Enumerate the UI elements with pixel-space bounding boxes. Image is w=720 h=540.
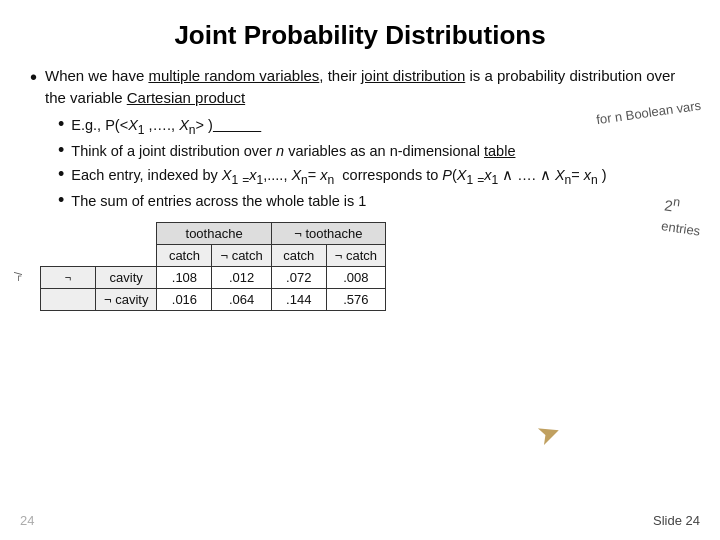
arrow-icon: ➤ bbox=[532, 414, 565, 453]
sub-bullet-4: • The sum of entries across the whole ta… bbox=[58, 191, 690, 211]
row-label-not-cavity: ¬ cavity bbox=[96, 288, 157, 310]
probability-table: toothache ¬ toothache catch ¬ catch catc… bbox=[40, 222, 386, 311]
sub-header-catch-1: catch bbox=[157, 244, 212, 266]
slide-number: Slide 24 bbox=[653, 513, 700, 528]
sub-text-4: The sum of entries across the whole tabl… bbox=[71, 191, 366, 211]
cell-not-cavity-not-catch: .064 bbox=[212, 288, 271, 310]
sub-dot-3: • bbox=[58, 164, 64, 185]
sub-bullet-list: • E.g., P(<X1 ,…., Xn> ) • Think of a jo… bbox=[58, 115, 690, 212]
sub-dot-4: • bbox=[58, 190, 64, 211]
cell-not-cavity-catch-2: .144 bbox=[271, 288, 326, 310]
slide: Joint Probability Distributions • When w… bbox=[0, 0, 720, 540]
cell-cavity-catch-2: .072 bbox=[271, 266, 326, 288]
cell-not-cavity-catch: .016 bbox=[157, 288, 212, 310]
sub-header-not-catch-2: ¬ catch bbox=[326, 244, 385, 266]
sub-text-3: Each entry, indexed by X1 =x1,...., Xn= … bbox=[71, 165, 606, 189]
page-number-left: 24 bbox=[20, 513, 34, 528]
sub-text-2: Think of a joint distribution over n var… bbox=[71, 141, 515, 161]
sub-header-catch-2: catch bbox=[271, 244, 326, 266]
table-row-not-cavity: ¬ cavity .016 .064 .144 .576 bbox=[41, 288, 386, 310]
cell-cavity-catch: .108 bbox=[157, 266, 212, 288]
main-bullet-1: • When we have multiple random variables… bbox=[30, 65, 690, 109]
table-row-cavity: ¬ cavity .108 .012 .072 .008 bbox=[41, 266, 386, 288]
probability-table-container: ¬/ toothache ¬ toothache catch ¬ catch bbox=[30, 222, 690, 314]
col-header-not-toothache: ¬ toothache bbox=[271, 222, 385, 244]
cell-cavity-not-catch: .012 bbox=[212, 266, 271, 288]
sub-header-not-catch-1: ¬ catch bbox=[212, 244, 271, 266]
main-bullets: • When we have multiple random variables… bbox=[30, 65, 690, 109]
sub-bullet-3: • Each entry, indexed by X1 =x1,...., Xn… bbox=[58, 165, 690, 189]
cell-not-cavity-not-catch-2: .576 bbox=[326, 288, 385, 310]
sub-bullet-2: • Think of a joint distribution over n v… bbox=[58, 141, 690, 161]
slide-title: Joint Probability Distributions bbox=[30, 20, 690, 51]
sub-dot-1: • bbox=[58, 114, 64, 135]
bullet-dot-1: • bbox=[30, 63, 37, 91]
bullet-text-1: When we have multiple random variables, … bbox=[45, 65, 690, 109]
sub-text-1: E.g., P(<X1 ,…., Xn> ) bbox=[71, 115, 261, 139]
row-label-cavity: cavity bbox=[96, 266, 157, 288]
cell-cavity-not-catch-2: .008 bbox=[326, 266, 385, 288]
sub-dot-2: • bbox=[58, 140, 64, 161]
col-header-toothache: toothache bbox=[157, 222, 271, 244]
